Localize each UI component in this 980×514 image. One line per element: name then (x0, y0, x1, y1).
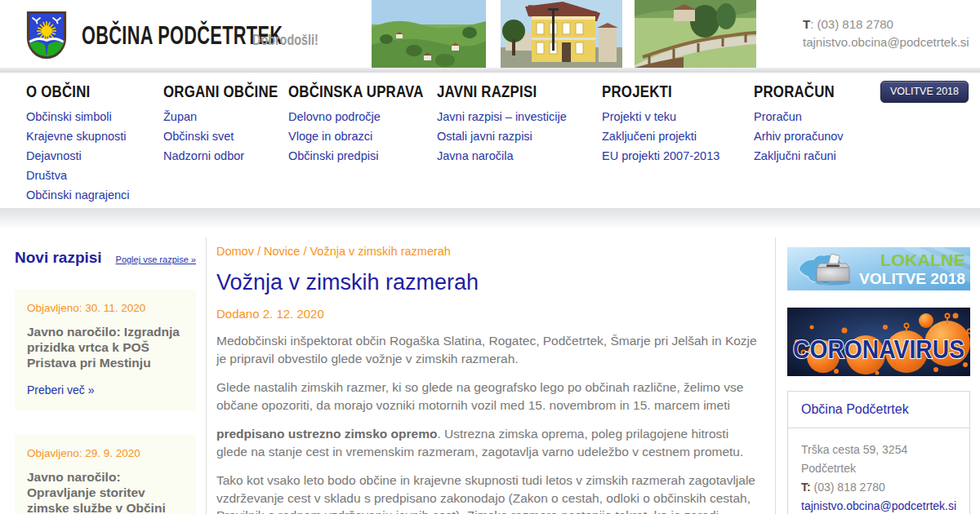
nav-link-item: Javna naročila (437, 148, 602, 168)
nav-shadow-divider (0, 208, 980, 229)
nav-link-item: Župan (163, 109, 288, 129)
nav-link[interactable]: Zaključni računi (754, 149, 836, 162)
main-navigation: O OBČINI Občinski simboli Krajevne skupn… (0, 73, 980, 208)
article-paragraph: Glede nastalih zimskih razmer, ki so gle… (216, 379, 762, 414)
nav-link[interactable]: Občinski svet (163, 130, 234, 143)
news-published-date: Objavljeno: 29. 9. 2020 (27, 447, 184, 459)
nav-link-item: Občinski simboli (26, 109, 163, 129)
news-list: Objavljeno: 30. 11. 2020 Javno naročilo:… (15, 290, 196, 514)
news-title: Javno naročilo: Izgradnja prizidka vrtca… (27, 324, 184, 370)
article: Domov / Novice / Vožnja v zimskih razmer… (216, 229, 762, 514)
right-sidebar: LOKALNE VOLITVE 2018 (787, 229, 970, 514)
article-paragraph: Tako kot vsako leto bodo občine in kraje… (216, 472, 762, 514)
nav-link[interactable]: Javna naročila (437, 149, 514, 162)
nav-link[interactable]: Občinski simboli (26, 110, 112, 123)
read-more-link[interactable]: Preberi več » (27, 383, 94, 397)
nav-link[interactable]: Arhiv proračunov (754, 130, 844, 143)
nav-link-item: Zaključeni projekti (602, 129, 754, 148)
svg-text:CORONAVIRUS: CORONAVIRUS (793, 335, 964, 364)
news-sidebar: Novi razpisi Poglej vse razpise » Objavl… (15, 229, 196, 514)
nav-link[interactable]: Ostali javni razpisi (437, 130, 532, 143)
nav-link[interactable]: Občinski predpisi (288, 149, 378, 162)
breadcrumb: Domov / Novice / Vožnja v zimskih razmer… (216, 245, 762, 258)
nav-link-item: Ostali javni razpisi (437, 129, 602, 148)
svg-text:VOLITVE 2018: VOLITVE 2018 (859, 270, 965, 287)
nav-link-item: Vloge in obrazci (288, 129, 437, 148)
breadcrumb-separator: / (254, 245, 264, 258)
countryside-hills-photo (372, 0, 486, 68)
right-divider-line (775, 237, 776, 514)
nav-link-list: Župan Občinski svet Nadzorni odbor (163, 109, 288, 168)
page-title: Vožnja v zimskih razmerah (216, 270, 762, 295)
nav-link-item: Društva (26, 168, 163, 188)
news-sidebar-header: Novi razpisi Poglej vse razpise » (15, 229, 196, 267)
contact-box-body: Trška cesta 59, 3254 Podčetrtek T: (03) … (788, 428, 969, 514)
header-email-link[interactable]: tajnistvo.obcina@podcetrtek.si (803, 35, 969, 49)
nav-link[interactable]: Občinski nagrajenci (26, 188, 130, 202)
nav-column-heading: PRORAČUN (754, 82, 852, 101)
nav-link[interactable]: EU projekti 2007-2013 (602, 149, 719, 162)
nav-column: OBČINSKA UPRAVA Delovno področje Vloge i… (288, 82, 437, 207)
nav-link[interactable]: Krajevne skupnosti (26, 130, 127, 143)
news-card: Objavljeno: 30. 11. 2020 Javno naročilo:… (15, 290, 196, 410)
nav-link[interactable]: Župan (163, 110, 197, 123)
nav-link-list: Javni razpisi – investicije Ostali javni… (437, 109, 602, 168)
nav-link-item: Dejavnosti (26, 148, 163, 168)
nav-link[interactable]: Proračun (754, 110, 802, 123)
nav-column-heading: OBČINSKA UPRAVA (288, 82, 408, 101)
contact-address: Trška cesta 59, 3254 Podčetrtek (801, 441, 956, 478)
nav-column: ORGANI OBČINE Župan Občinski svet Nadzor… (163, 82, 288, 207)
left-divider-line (206, 237, 207, 514)
article-paragraph: predpisano ustrezno zimsko opremo. Ustre… (216, 425, 762, 460)
nav-link-item: Občinski nagrajenci (26, 188, 163, 207)
view-all-news-link[interactable]: Poglej vse razpise » (116, 255, 196, 264)
article-bold-text: predpisano ustrezno zimsko opremo (216, 427, 437, 441)
svg-text:LOKALNE: LOKALNE (880, 250, 965, 269)
welcome-text: Dobrodošli! (252, 32, 318, 49)
nav-column-heading: JAVNI RAZPISI (437, 82, 569, 101)
nav-link-item: Proračun (754, 109, 876, 129)
nav-link[interactable]: Vloge in obrazci (288, 130, 372, 143)
volitve-2018-button[interactable]: VOLITVE 2018 (880, 81, 969, 103)
content-area: Novi razpisi Poglej vse razpise » Objavl… (0, 229, 980, 514)
header-phone: T: (03) 818 2780 (803, 16, 969, 33)
contact-phone: T: (03) 818 2780 (801, 478, 956, 497)
nav-column-heading: O OBČINI (26, 82, 136, 101)
nav-column: PRORAČUN Proračun Arhiv proračunov Zaklj… (754, 82, 876, 207)
nav-link-list: Občinski simboli Krajevne skupnosti Deja… (26, 109, 163, 207)
header-contact: T: (03) 818 2780 tajnistvo.obcina@podcet… (803, 16, 969, 51)
contact-box: Občina Podčetrtek Trška cesta 59, 3254 P… (787, 391, 970, 514)
nav-column: JAVNI RAZPISI Javni razpisi – investicij… (437, 82, 602, 207)
municipal-building-photo (501, 0, 622, 68)
header: OBČINA PODČETRTEK Dobrodošli! (0, 0, 980, 68)
nav-link[interactable]: Nadzorni odbor (163, 149, 244, 162)
nav-link[interactable]: Društva (26, 169, 67, 182)
nav-link-item: Občinski predpisi (288, 148, 437, 168)
nav-link[interactable]: Javni razpisi – investicije (437, 110, 567, 123)
nav-link[interactable]: Zaključeni projekti (602, 130, 697, 143)
breadcrumb-link[interactable]: Novice (264, 245, 300, 258)
nav-column-heading: ORGANI OBČINE (163, 82, 263, 101)
nav-column: PROJEKTI Projekti v teku Zaključeni proj… (602, 82, 754, 207)
nav-column: O OBČINI Občinski simboli Krajevne skupn… (26, 82, 163, 207)
article-paragraph: Medobčinski inšpektorat občin Rogaška Sl… (216, 332, 762, 367)
nav-columns: O OBČINI Občinski simboli Krajevne skupn… (0, 73, 980, 207)
contact-email-link[interactable]: tajnistvo.obcina@podcetrtek.si (801, 499, 956, 512)
breadcrumb-link[interactable]: Vožnja v zimskih razmerah (310, 245, 450, 258)
nav-link-item: Delovno področje (288, 109, 437, 129)
news-card: Objavljeno: 29. 9. 2020 Javno naročilo: … (15, 435, 196, 514)
breadcrumb-link[interactable]: Domov (216, 245, 254, 258)
nav-link-item: EU projekti 2007-2013 (602, 148, 754, 168)
nav-link-item: Nadzorni odbor (163, 148, 288, 168)
nav-link-item: Krajevne skupnosti (26, 129, 163, 148)
nav-link-item: Arhiv proračunov (754, 129, 876, 148)
nav-link-list: Proračun Arhiv proračunov Zaključni raču… (754, 109, 876, 168)
article-date: Dodano 2. 12. 2020 (216, 307, 762, 321)
news-sidebar-title: Novi razpisi (15, 249, 102, 267)
nav-link[interactable]: Dejavnosti (26, 149, 82, 162)
nav-link[interactable]: Projekti v teku (602, 110, 676, 123)
nav-link[interactable]: Delovno področje (288, 110, 381, 123)
nav-link-list: Delovno področje Vloge in obrazci Občins… (288, 109, 437, 168)
coronavirus-banner[interactable]: CORONAVIRUS (787, 308, 970, 376)
lokalne-volitve-2018-banner[interactable]: LOKALNE VOLITVE 2018 (787, 247, 970, 290)
